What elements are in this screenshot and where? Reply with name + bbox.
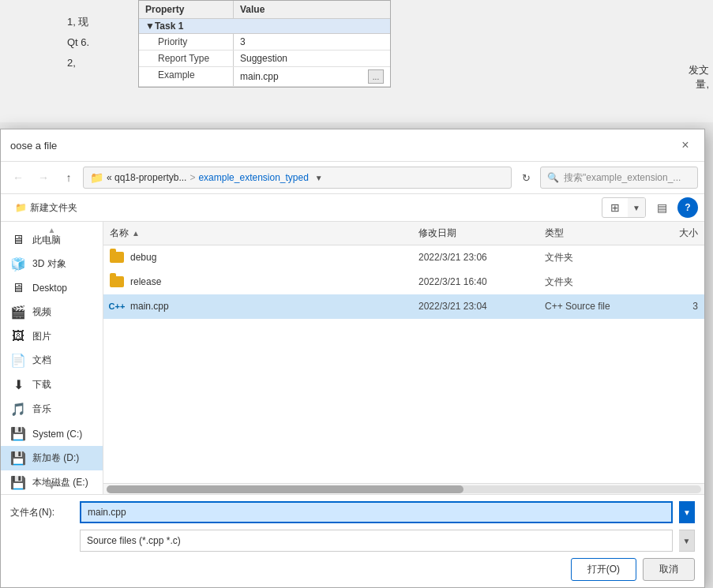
prop-task-expand-icon: ▼: [145, 21, 155, 32]
filetype-value: Source files (*.cpp *.c): [87, 535, 181, 546]
filetype-dropdown-button[interactable]: ▼: [679, 530, 695, 552]
file-name-maincpp: C++ main.cpp: [103, 298, 412, 315]
file-name-debug-text: debug: [130, 252, 156, 263]
sidebar-scroll-down[interactable]: ▼: [1, 478, 103, 494]
prop-priority-label: Priority: [139, 34, 234, 50]
nav-forward-button[interactable]: →: [32, 167, 54, 189]
sidebar-item-pictures[interactable]: 🖼 图片: [1, 324, 103, 348]
new-folder-icon: 📁: [15, 202, 27, 213]
nav-path-bar[interactable]: 📁 « qq18-propertyb... > example_extensio…: [83, 167, 512, 189]
file-row-debug[interactable]: debug 2022/3/21 23:06 文件夹: [103, 245, 704, 270]
cancel-button[interactable]: 取消: [643, 558, 695, 581]
button-row: 打开(O) 取消: [10, 558, 695, 581]
prop-row-reporttype: Report Type Suggestion: [139, 51, 390, 67]
scrollbar-thumb[interactable]: [107, 485, 463, 493]
sidebar-item-videos[interactable]: 🎬 视频: [1, 300, 103, 324]
sidebar-item-new-d-label: 新加卷 (D:): [32, 451, 79, 465]
file-size-maincpp: 3: [657, 299, 704, 313]
filename-row: 文件名(N): ▼: [10, 501, 695, 523]
sidebar-item-music[interactable]: 🎵 音乐: [1, 397, 103, 421]
help-button[interactable]: ?: [677, 197, 698, 218]
view-list-button[interactable]: ▤: [649, 197, 674, 218]
nav-search-box[interactable]: 🔍 搜索"example_extension_...: [540, 167, 698, 189]
prop-col-value: Value: [234, 1, 390, 18]
file-type-maincpp: C++ Source file: [539, 299, 657, 313]
folder-icon-debug: [110, 250, 124, 264]
open-button[interactable]: 打开(O): [571, 558, 636, 581]
prop-browse-button[interactable]: ...: [368, 69, 384, 84]
background-layer: 1, 现 Qt 6. 2, Property Value ▼ Task 1 Pr…: [0, 0, 713, 122]
bg-sidebar-items: 1, 现 Qt 6. 2,: [67, 12, 89, 73]
file-size-debug: [657, 256, 704, 259]
sidebar-item-new-d[interactable]: 💾 新加卷 (D:): [1, 446, 103, 470]
file-name-release: release: [103, 273, 412, 290]
bg-right-line-1: 发文: [689, 63, 709, 77]
view-dropdown-arrow[interactable]: ▼: [628, 198, 645, 217]
file-list-scrollbar[interactable]: [103, 483, 704, 494]
nav-breadcrumb: « qq18-propertyb... > example_extension_…: [107, 172, 309, 183]
dialog-file-list: 名称 ▲ 修改日期 类型 大小 debug 2022/3/21 23:06: [103, 222, 704, 494]
new-folder-button[interactable]: 📁 新建文件夹: [7, 198, 85, 218]
property-table: Property Value ▼ Task 1 Priority 3 Repor…: [138, 0, 391, 88]
new-d-icon: 💾: [10, 451, 26, 466]
cpp-icon-maincpp: C++: [110, 299, 124, 313]
nav-path-dropdown-icon[interactable]: ▼: [315, 174, 323, 182]
filename-input[interactable]: [80, 501, 673, 523]
sidebar-item-pictures-label: 图片: [32, 330, 51, 343]
bg-sidebar-item-1: 1, 现: [67, 12, 89, 32]
file-type-release: 文件夹: [539, 274, 657, 290]
col-name-label: 名称: [110, 227, 129, 240]
sidebar-item-3d-label: 3D 对象: [32, 257, 66, 271]
nav-up-button[interactable]: ↑: [58, 167, 80, 189]
filename-label: 文件名(N):: [10, 506, 73, 519]
file-type-debug: 文件夹: [539, 249, 657, 266]
folder-icon-release: [110, 275, 124, 289]
file-row-release[interactable]: release 2022/3/21 16:40 文件夹: [103, 270, 704, 294]
filename-dropdown-button[interactable]: ▼: [679, 501, 695, 523]
col-type-header[interactable]: 类型: [539, 225, 657, 242]
sidebar-scroll-up[interactable]: ▲: [1, 222, 103, 238]
col-size-header[interactable]: 大小: [657, 225, 704, 242]
nav-search-placeholder: 搜索"example_extension_...: [564, 171, 681, 185]
sidebar-item-downloads[interactable]: ⬇ 下载: [1, 373, 103, 397]
filetype-row: Source files (*.cpp *.c) ▼: [10, 530, 695, 552]
sidebar-item-documents[interactable]: 📄 文档: [1, 348, 103, 373]
file-list-header: 名称 ▲ 修改日期 类型 大小: [103, 222, 704, 245]
sidebar-item-system-c[interactable]: 💾 System (C:): [1, 421, 103, 446]
scrollbar-track[interactable]: [107, 485, 701, 493]
dialog-navbar: ← → ↑ 📁 « qq18-propertyb... > example_ex…: [1, 162, 704, 194]
nav-path-current[interactable]: example_extension_typed: [198, 172, 308, 183]
bg-sidebar-item-3: 2,: [67, 53, 89, 73]
file-list-body: debug 2022/3/21 23:06 文件夹 release 2022/3…: [103, 245, 704, 483]
prop-row-priority: Priority 3: [139, 34, 390, 51]
dialog-close-button[interactable]: ×: [676, 136, 695, 155]
system-c-icon: 💾: [10, 426, 26, 441]
sidebar-item-3d-objects[interactable]: 🧊 3D 对象: [1, 252, 103, 276]
dialog-content: ▲ 🖥 此电脑 🧊 3D 对象 🖥 Desktop 🎬 视频 🖼 图片: [1, 222, 704, 494]
file-date-debug: 2022/3/21 23:06: [412, 250, 539, 264]
nav-back-button[interactable]: ←: [7, 167, 29, 189]
dialog-sidebar: ▲ 🖥 此电脑 🧊 3D 对象 🖥 Desktop 🎬 视频 🖼 图片: [1, 222, 103, 494]
prop-example-label: Example: [139, 67, 234, 86]
documents-icon: 📄: [10, 353, 26, 368]
file-name-maincpp-text: main.cpp: [130, 301, 169, 312]
downloads-icon: ⬇: [10, 377, 26, 392]
view-grid-icon: ⊞: [602, 197, 628, 218]
prop-row-example: Example main.cpp ...: [139, 67, 390, 87]
sidebar-item-documents-label: 文档: [32, 354, 51, 367]
desktop-icon: 🖥: [10, 281, 26, 295]
sidebar-item-desktop[interactable]: 🖥 Desktop: [1, 276, 103, 300]
file-dialog: oose a file × ← → ↑ 📁 « qq18-propertyb..…: [0, 129, 705, 588]
prop-example-value: main.cpp: [240, 71, 368, 82]
file-row-maincpp[interactable]: C++ main.cpp 2022/3/21 23:04 C++ Source …: [103, 294, 704, 319]
file-date-maincpp: 2022/3/21 23:04: [412, 299, 539, 313]
bg-right-text: 发文 量,: [689, 63, 709, 92]
pictures-icon: 🖼: [10, 329, 26, 343]
col-date-header[interactable]: 修改日期: [412, 225, 539, 242]
sidebar-item-downloads-label: 下载: [32, 378, 51, 391]
col-name-header[interactable]: 名称 ▲: [103, 225, 412, 242]
nav-refresh-button[interactable]: ↻: [515, 167, 537, 189]
prop-reporttype-value: Suggestion: [234, 51, 390, 66]
filetype-select[interactable]: Source files (*.cpp *.c): [80, 530, 673, 552]
view-dropdown-button[interactable]: ⊞ ▼: [602, 197, 646, 218]
